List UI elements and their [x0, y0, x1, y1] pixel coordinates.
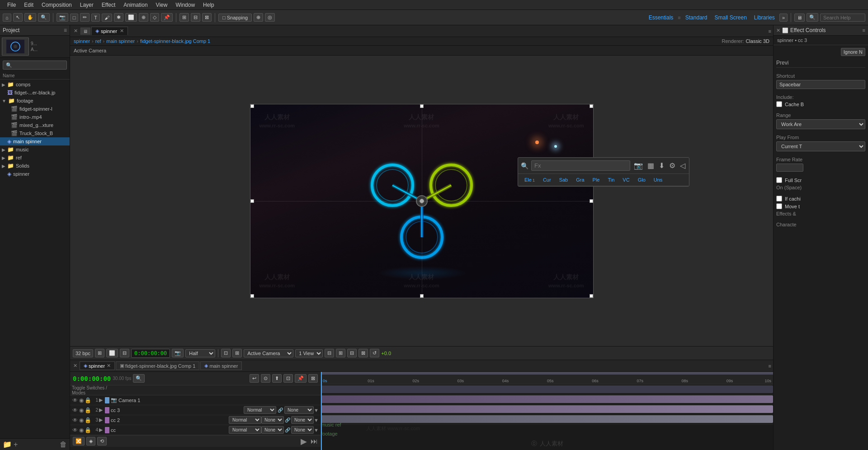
- tl-tab-fidget[interactable]: ▣ fidget-spinner-black.jpg Comp 1: [116, 361, 199, 370]
- mask-btn[interactable]: ⬜: [106, 349, 118, 357]
- menu-effect[interactable]: Effect: [98, 1, 119, 9]
- eraser-btn[interactable]: ⬜: [125, 13, 137, 22]
- menu-file[interactable]: File: [4, 1, 19, 9]
- tl-panel-menu[interactable]: ≡: [769, 363, 771, 369]
- new-item-btn[interactable]: +: [14, 441, 18, 449]
- layer-3-name[interactable]: cc 2: [111, 417, 229, 423]
- expand-workspaces-btn[interactable]: »: [779, 14, 788, 22]
- frame-rate-input[interactable]: 25: [776, 164, 803, 172]
- fx-tab-sab[interactable]: Sab: [556, 176, 572, 184]
- fx-pin-btn[interactable]: ◁: [679, 160, 686, 171]
- tl-nav-btn2[interactable]: ⊙: [261, 374, 270, 383]
- fx-tab-ele[interactable]: Ele1: [521, 176, 538, 184]
- menu-window[interactable]: Window: [172, 1, 198, 9]
- viewer-area[interactable]: 人人素材www.rr-sc.com 人人素材www.rr-sc.com 人人素材…: [70, 56, 773, 346]
- handle-br[interactable]: [590, 294, 593, 298]
- layer-3-parent[interactable]: None: [291, 416, 314, 424]
- fx-tab-glo[interactable]: Glo: [634, 176, 649, 184]
- grids-btn[interactable]: ⊞: [336, 349, 345, 357]
- layer-2-solo[interactable]: ◉: [78, 407, 85, 413]
- tl-tab-main-spinner[interactable]: ◈ main spinner: [200, 361, 242, 370]
- pen-btn[interactable]: ✏: [80, 13, 90, 22]
- comp-tab-close-icon[interactable]: ✕: [72, 28, 80, 34]
- tl-nav-btn4[interactable]: ⊡: [283, 374, 293, 383]
- tl-footer-solo-btn[interactable]: ◈: [86, 437, 95, 445]
- hand-btn[interactable]: ✋: [24, 13, 36, 22]
- layer-4-mode[interactable]: Normal: [229, 426, 261, 434]
- guides-btn[interactable]: ⊟: [347, 349, 357, 357]
- move-t-checkbox[interactable]: [776, 203, 782, 209]
- tl-go-end-btn[interactable]: ⏭: [311, 437, 318, 445]
- layer-3-expand[interactable]: ▶: [99, 417, 103, 423]
- breadcrumb-ref[interactable]: ref: [95, 38, 101, 44]
- workspace-libraries[interactable]: Libraries: [751, 14, 778, 22]
- tl-tab-spinner[interactable]: ◈ spinner ✕: [80, 361, 115, 370]
- snap3-btn[interactable]: ◎: [265, 13, 275, 22]
- layer-2-lock[interactable]: 🔒: [85, 407, 91, 413]
- bpc-btn[interactable]: 32 bpc: [73, 349, 93, 357]
- new-folder-btn[interactable]: 📁: [3, 440, 12, 449]
- layer-3-solo[interactable]: ◉: [78, 417, 85, 423]
- tab-close-spinner[interactable]: ✕: [120, 28, 124, 34]
- project-item-footage[interactable]: ▼ 📁 footage: [0, 97, 70, 105]
- transparency-btn[interactable]: ⊡: [221, 349, 231, 357]
- tl-nav-btn1[interactable]: ↩: [250, 374, 259, 383]
- menu-view[interactable]: View: [152, 1, 171, 9]
- text-btn[interactable]: T: [91, 14, 100, 22]
- layer-controls-btn[interactable]: ⊠: [359, 349, 368, 357]
- fx-download-btn[interactable]: ⬇: [658, 160, 665, 171]
- ignore-btn[interactable]: Ignore N: [841, 48, 865, 56]
- zoom-btn[interactable]: 🔍: [38, 13, 50, 22]
- tl-close[interactable]: ✕: [72, 363, 79, 369]
- project-item-fidget-black[interactable]: 🖼 fidget-...er-black.jp: [0, 89, 70, 97]
- project-item-mixed-g[interactable]: 🎬 mixed_g...xture: [0, 121, 70, 129]
- fx-tab-uns[interactable]: Uns: [650, 176, 666, 184]
- snapping-btn[interactable]: □ Snapping: [218, 14, 252, 22]
- layer-1-name[interactable]: Camera 1: [118, 398, 319, 403]
- play-from-dropdown[interactable]: Current T: [776, 141, 865, 151]
- handle-tr[interactable]: [590, 104, 593, 108]
- menu-help[interactable]: Help: [199, 1, 218, 9]
- composition-flow-btn[interactable]: ⊞: [95, 349, 104, 357]
- layer-3-eye[interactable]: 👁: [72, 417, 78, 423]
- tl-tab-close-spinner[interactable]: ✕: [107, 363, 111, 369]
- pin-btn[interactable]: 📌: [161, 13, 173, 22]
- workspace-small-screen[interactable]: Small Screen: [712, 14, 749, 22]
- handle-tl[interactable]: [250, 104, 254, 108]
- layer-3-mode[interactable]: Normal: [229, 416, 261, 424]
- handle-ml[interactable]: [250, 199, 254, 203]
- handle-tm[interactable]: [420, 104, 424, 108]
- layer-3-lock[interactable]: 🔒: [85, 417, 91, 423]
- project-item-spinner[interactable]: ◈ spinner: [0, 170, 70, 178]
- breadcrumb-main-spinner[interactable]: main spinner: [106, 38, 135, 44]
- shortcut-value[interactable]: Spacebar: [776, 80, 865, 89]
- cache-b-checkbox[interactable]: [776, 101, 782, 107]
- layer-4-expand[interactable]: ▶: [99, 427, 103, 433]
- comp-panel-menu[interactable]: ≡: [769, 28, 771, 34]
- tl-nav-btn6[interactable]: ⊠: [308, 374, 318, 383]
- range-dropdown[interactable]: Work Are: [776, 119, 865, 129]
- layer-1-lock[interactable]: 🔒: [85, 397, 91, 403]
- track-cc2-bar[interactable]: [321, 405, 773, 413]
- track-cc3-bar[interactable]: [321, 395, 773, 403]
- layer-4-name[interactable]: cc: [111, 427, 229, 433]
- fx-settings-btn[interactable]: ⚙: [668, 160, 676, 171]
- workspace-standard[interactable]: Standard: [683, 14, 710, 22]
- menu-animation[interactable]: Animation: [120, 1, 151, 9]
- fx-tab-tin[interactable]: Tin: [604, 176, 618, 184]
- rect-btn[interactable]: □: [70, 14, 79, 22]
- track-cc-bar[interactable]: [321, 415, 773, 423]
- shape-btn[interactable]: ◇: [150, 13, 159, 22]
- tl-search-btn[interactable]: 🔍: [133, 374, 145, 383]
- workspace-essentials[interactable]: Essentials: [646, 14, 676, 22]
- project-search-input[interactable]: [3, 61, 67, 70]
- tl-nav-btn5[interactable]: 📌: [295, 374, 307, 383]
- layer-2-mode[interactable]: Normal: [244, 406, 276, 414]
- project-item-intro-mp4[interactable]: 🎬 intro-.mp4: [0, 113, 70, 121]
- playhead-line[interactable]: [321, 372, 322, 450]
- search-help-input[interactable]: [820, 14, 865, 22]
- home-btn[interactable]: ⌂: [3, 14, 11, 22]
- comp-tab-spinner[interactable]: ◈ spinner ✕: [91, 27, 128, 35]
- breadcrumb-spinner[interactable]: spinner: [74, 38, 90, 44]
- tl-play-btn[interactable]: ▶: [301, 436, 307, 446]
